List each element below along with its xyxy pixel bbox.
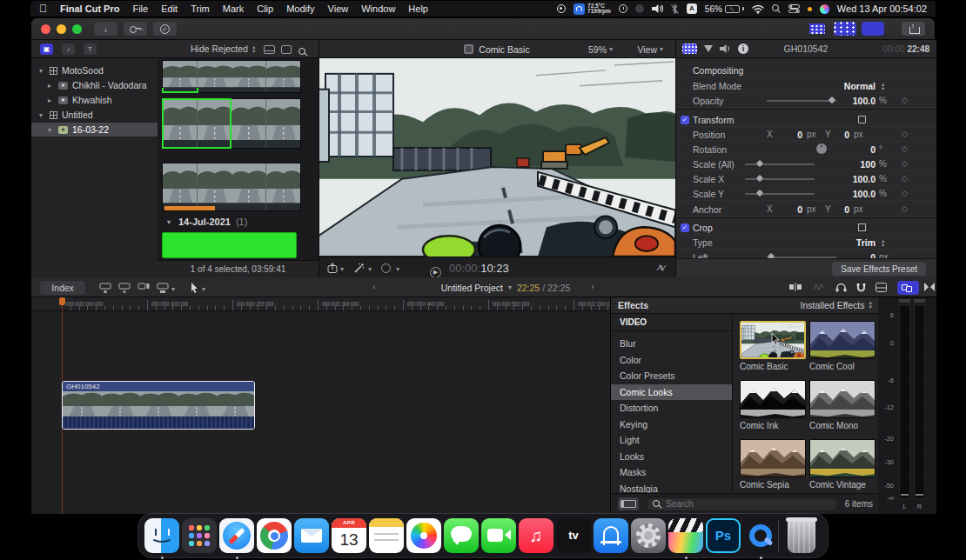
sidebar-item-motosood[interactable]: ▾ MotoSood <box>31 63 158 77</box>
keyframe-diamond-icon[interactable]: ◇ <box>902 174 908 183</box>
video-inspector-tab-icon[interactable] <box>682 43 697 54</box>
viewer-view-dropdown[interactable]: View▾ <box>637 40 663 58</box>
finder-dock-icon[interactable] <box>144 518 179 553</box>
transform-checkbox[interactable]: ✓ <box>681 116 689 124</box>
keyframe-diamond-icon[interactable]: ◇ <box>902 144 908 153</box>
connect-edit-icon[interactable] <box>99 283 111 293</box>
disclosure-triangle-icon[interactable]: ▸ <box>45 97 54 104</box>
audio-solo-icon[interactable] <box>835 283 847 292</box>
transform-onscreen-icon[interactable] <box>858 116 866 123</box>
volume-icon[interactable] <box>652 4 663 13</box>
category-distortion[interactable]: Distortion <box>611 400 732 417</box>
enhancements-wand-icon[interactable] <box>353 263 365 274</box>
photos-dock-icon[interactable] <box>406 518 441 553</box>
menu-view[interactable]: View <box>328 3 349 14</box>
chrome-dock-icon[interactable] <box>257 518 292 553</box>
effect-comic-cool[interactable]: Comic Cool <box>809 321 875 371</box>
clip-appearance-icon[interactable] <box>875 283 887 292</box>
browser-toggle-button[interactable] <box>806 22 828 36</box>
scale-x-slider[interactable] <box>745 178 815 180</box>
import-media-button[interactable]: ↓ <box>94 22 117 36</box>
trim-feedback-icon[interactable] <box>789 283 802 291</box>
sidebar-item-chikhli-vadodara[interactable]: ▸ ★ Chikhli - Vadodara <box>31 78 158 92</box>
window-titlebar[interactable]: ↓ ✓ <box>31 18 935 40</box>
background-tasks-button[interactable]: ✓ <box>153 22 177 36</box>
category-color-presets[interactable]: Color Presets <box>611 368 732 384</box>
category-keying[interactable]: Keying <box>611 417 732 433</box>
effects-browser-button[interactable] <box>897 281 919 295</box>
scale-all-slider[interactable] <box>745 163 815 165</box>
insert-edit-icon[interactable] <box>118 283 131 293</box>
effect-comic-ink[interactable]: Comic Ink <box>740 380 806 430</box>
share-button[interactable] <box>902 22 925 36</box>
clip-browser-icon[interactable]: ▣ <box>40 43 53 55</box>
quicktime-dock-icon[interactable] <box>743 518 778 553</box>
blend-mode-stepper-icon[interactable]: ▲▼ <box>881 83 885 90</box>
messages-dock-icon[interactable] <box>444 518 479 553</box>
disclosure-triangle-icon[interactable]: ▾ <box>45 126 54 134</box>
save-effects-preset-button[interactable]: Save Effects Preset <box>832 262 926 276</box>
anchor-x-value[interactable]: 0 <box>776 204 802 215</box>
chevron-down-icon[interactable]: ▾ <box>368 265 372 273</box>
keyword-editor-button[interactable] <box>124 22 147 36</box>
previous-timeline-icon[interactable]: ‹ <box>372 281 376 291</box>
category-blur[interactable]: Blur <box>611 336 732 352</box>
disclosure-triangle-icon[interactable]: ▾ <box>164 218 173 226</box>
screen-recording-indicator-icon[interactable] <box>557 4 566 13</box>
chevron-down-icon[interactable]: ▾ <box>396 265 399 273</box>
bluetooth-off-icon[interactable] <box>671 4 679 14</box>
keyframe-diamond-icon[interactable]: ◇ <box>902 96 908 104</box>
notes-dock-icon[interactable] <box>369 518 404 553</box>
effect-comic-basic[interactable]: Comic Basic <box>740 321 806 371</box>
rotation-value[interactable]: 0 <box>815 144 875 155</box>
focus-mode-icon[interactable] <box>635 4 644 13</box>
music-dock-icon[interactable]: ♫ <box>519 518 553 553</box>
keyframe-diamond-icon[interactable]: ◇ <box>902 159 908 168</box>
sidebar-item-khwahish[interactable]: ▸ ★ Khwahish <box>31 93 158 107</box>
snapping-icon[interactable] <box>856 283 866 292</box>
minimize-window-button[interactable] <box>57 24 66 34</box>
effect-comic-sepia[interactable]: Comic Sepia <box>740 439 806 490</box>
tool-chevron-icon[interactable]: ▾ <box>202 285 205 293</box>
filter-dropdown[interactable]: Hide Rejected <box>191 43 248 54</box>
chevron-down-icon[interactable]: ▾ <box>508 283 512 291</box>
fullscreen-icon[interactable]: ↗↙ <box>655 263 665 272</box>
zoom-window-button[interactable] <box>72 24 82 34</box>
crop-type-stepper-icon[interactable]: ▲▼ <box>881 239 885 247</box>
apple-tv-dock-icon[interactable]: tv <box>556 518 591 553</box>
category-comic-looks[interactable]: Comic Looks <box>611 384 732 401</box>
opacity-value[interactable]: 100.0 <box>815 96 875 106</box>
chevron-down-icon[interactable]: ▾ <box>340 265 344 273</box>
wifi-icon[interactable] <box>752 4 764 14</box>
sidebar-item-untitled[interactable]: ▾ Untitled <box>31 108 158 122</box>
input-source-icon[interactable]: A <box>687 3 697 14</box>
effects-inspector-tab-icon[interactable] <box>704 45 713 52</box>
disclosure-triangle-icon[interactable]: ▾ <box>37 111 45 119</box>
scale-x-value[interactable]: 100.0 <box>815 174 875 184</box>
viewer-zoom-dropdown[interactable]: 59%▾ <box>588 40 613 58</box>
crop-type-value[interactable]: Trim <box>806 237 875 248</box>
photos-audio-browser-icon[interactable]: ♪ <box>62 43 75 55</box>
final-cut-pro-dock-icon[interactable] <box>668 518 703 553</box>
play-button[interactable]: ▶ <box>430 262 441 277</box>
overwrite-edit-icon[interactable] <box>157 283 169 293</box>
skimming-icon[interactable] <box>813 283 824 291</box>
scale-y-slider[interactable] <box>745 193 815 195</box>
pointer-tool-icon[interactable] <box>191 283 198 293</box>
titles-generators-browser-icon[interactable]: T <box>84 43 97 55</box>
category-light[interactable]: Light <box>611 432 732 449</box>
keyframe-diamond-icon[interactable]: ◇ <box>902 204 908 213</box>
system-monitor-widget[interactable]: 72.5°C 7199rpm <box>574 3 611 15</box>
menu-trim[interactable]: Trim <box>191 3 210 14</box>
position-y-value[interactable]: 0 <box>823 130 849 140</box>
menu-mark[interactable]: Mark <box>223 3 244 14</box>
project-name-dropdown[interactable]: Untitled Project <box>441 283 503 293</box>
browser-clip-filmstrip[interactable] <box>162 163 301 211</box>
disclosure-triangle-icon[interactable]: ▾ <box>37 67 45 75</box>
menu-help[interactable]: Help <box>408 3 428 14</box>
scale-all-value[interactable]: 100 <box>815 159 875 170</box>
crop-checkbox[interactable]: ✓ <box>681 223 689 232</box>
crop-onscreen-icon[interactable] <box>858 223 866 231</box>
installed-effects-dropdown[interactable]: Installed Effects ▲▼ <box>801 300 873 310</box>
menu-modify[interactable]: Modify <box>286 3 314 14</box>
